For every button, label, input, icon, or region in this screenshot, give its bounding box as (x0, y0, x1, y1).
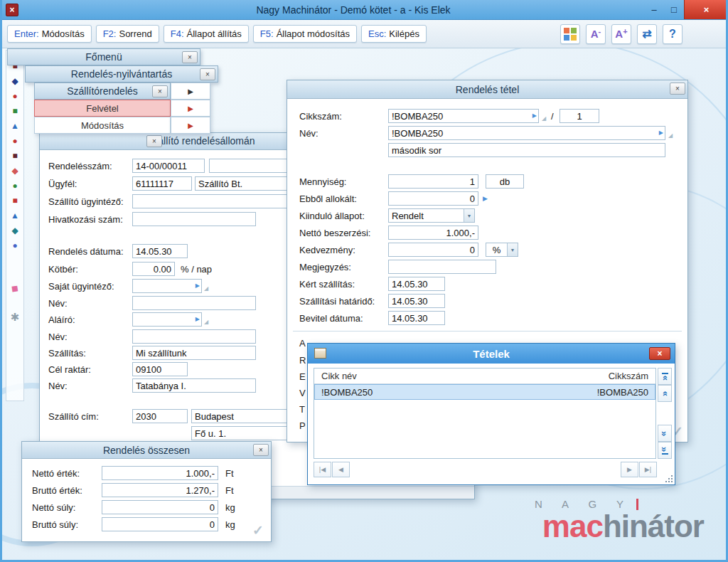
cikk-nev-input[interactable] (388, 126, 665, 140)
close-button[interactable]: × (684, 0, 728, 19)
column-cikkszam[interactable]: Cikkszám (609, 371, 648, 381)
sidebar-module-icon-4[interactable]: ■ (12, 107, 17, 116)
submenu-arrow-cell[interactable]: ▶ (171, 83, 210, 100)
close-icon[interactable]: × (146, 135, 162, 147)
gear-icon[interactable]: ✱ (11, 312, 20, 322)
next-record-button[interactable]: ▶ (621, 462, 638, 477)
sidebar-module-icon-5[interactable]: ▲ (11, 122, 19, 131)
menu-fomenu[interactable]: Főmenü × (7, 48, 200, 65)
szallitasi-hatarido-input[interactable] (388, 294, 445, 308)
swap-arrows-icon[interactable]: ⇄ (637, 24, 657, 44)
ugyfel-kod-input[interactable] (132, 176, 192, 191)
cel-raktar-input[interactable] (132, 362, 188, 376)
submenu-arrow-cell[interactable]: ▶ (171, 100, 210, 117)
sidebar-module-icon-11[interactable]: ▲ (11, 211, 19, 221)
raktar-nev-input[interactable] (132, 378, 256, 393)
modositas-button[interactable]: Enter:Módosítás (7, 25, 92, 43)
bevitel-datuma-input[interactable] (388, 311, 445, 325)
brutto-suly-input[interactable] (102, 517, 218, 531)
allokalt-input[interactable] (388, 191, 478, 206)
maximize-button[interactable]: □ (664, 0, 684, 19)
mennyiseg-egyseg-input[interactable] (486, 174, 524, 189)
menu-szallitorendeles[interactable]: Szállítórendelés × (34, 83, 171, 100)
nev-2-input[interactable] (132, 329, 256, 344)
sidebar-module-icon-10[interactable]: ■ (12, 196, 17, 206)
resize-grip[interactable] (664, 474, 673, 482)
combo-arrow-icon[interactable]: ▶ (196, 282, 200, 289)
brutto-ertek-input[interactable] (102, 483, 218, 497)
sidebar-module-icon-3[interactable]: ● (12, 92, 17, 101)
font-increase-icon[interactable]: A+ (611, 24, 631, 44)
netto-ertek-input[interactable] (102, 466, 218, 480)
dropdown-arrow-icon[interactable]: ▼ (464, 209, 474, 222)
cikkszam-input[interactable] (388, 109, 539, 123)
submenu-arrow-cell[interactable]: ▶ (171, 117, 210, 134)
netto-beszerzesi-input[interactable] (388, 226, 478, 240)
kedvezmeny-input[interactable] (388, 243, 478, 257)
allapot-modositas-button[interactable]: F5:Állapot módosítás (253, 25, 357, 43)
kotber-input[interactable] (132, 262, 175, 276)
rendeles-tetel-titlebar[interactable]: Rendelés tétel × (287, 80, 687, 99)
close-icon[interactable]: × (670, 83, 685, 95)
sidebar-module-icon-7[interactable]: ■ (12, 152, 17, 161)
sajat-ugyintezo-input[interactable] (132, 279, 202, 293)
previous-record-button[interactable]: ◀ (332, 462, 350, 477)
menu-rendeles-nyilvantartas[interactable]: Rendelés-nyilvántartás × (25, 65, 218, 83)
close-icon[interactable]: × (200, 68, 215, 80)
kilepes-button[interactable]: Esc:Kilépés (361, 25, 427, 43)
allapot-allitas-button[interactable]: F4:Állapot állítás (164, 25, 249, 43)
minimize-button[interactable]: – (644, 0, 664, 19)
dropdown-arrow-icon[interactable]: ▼ (507, 243, 518, 256)
iranyitoszam-input[interactable] (132, 409, 188, 423)
kedvezmeny-egyseg-select[interactable]: ▼ (486, 243, 518, 257)
confirm-check-icon[interactable]: ✓ (252, 522, 264, 539)
combo-arrow-icon[interactable]: ▶ (532, 112, 537, 119)
close-icon[interactable]: × (649, 347, 670, 360)
sidebar-module-icon-12[interactable]: ◆ (11, 226, 18, 235)
szallitas-input[interactable] (132, 346, 256, 360)
combo-arrow-icon[interactable]: ▶ (196, 316, 200, 322)
scroll-page-down-button[interactable]: » (658, 425, 672, 442)
hivatkozasi-szam-input[interactable] (132, 212, 256, 226)
mennyiseg-input[interactable] (388, 174, 478, 189)
allapot-select[interactable]: ▼ (388, 208, 475, 223)
osszesen-titlebar[interactable]: Rendelés összesen × (22, 442, 271, 459)
close-icon[interactable]: × (253, 444, 269, 456)
alairo-input[interactable] (132, 312, 202, 327)
netto-suly-input[interactable] (102, 500, 218, 514)
nev-1-input[interactable] (132, 296, 256, 310)
table-row[interactable]: !BOMBA250 !BOMBA250 (314, 384, 655, 400)
close-icon[interactable]: × (182, 51, 198, 63)
sidebar-module-icon-9[interactable]: ● (12, 181, 17, 191)
package-cube-icon[interactable]: ■ (11, 282, 19, 295)
sidebar-module-icon-8[interactable]: ◆ (11, 166, 18, 176)
sidebar-module-icon-13[interactable]: ● (12, 241, 17, 250)
megjegyzes-input[interactable] (388, 260, 496, 274)
varos-input[interactable] (191, 409, 299, 423)
column-cikk-nev[interactable]: Cikk név (321, 371, 357, 381)
kert-szallitas-input[interactable] (388, 277, 445, 291)
sorrend-button[interactable]: F2:Sorrend (96, 25, 159, 43)
rendeles-datuma-input[interactable] (132, 244, 188, 258)
combo-arrow-icon[interactable]: ▶ (659, 129, 663, 136)
scroll-to-bottom-button[interactable]: » (658, 442, 672, 459)
close-icon[interactable]: × (152, 85, 168, 97)
menu-item-felvetel[interactable]: Felvétel (34, 100, 171, 117)
rendelesszam-input[interactable] (132, 159, 205, 173)
app-titlebar[interactable]: × Nagy Machinátor - Demó kötet - a - Kis… (0, 0, 728, 20)
menu-item-modositas[interactable]: Módosítás (34, 117, 171, 134)
spinner-arrow-icon[interactable]: ▶ (483, 195, 488, 202)
scroll-to-top-button[interactable]: » (658, 368, 672, 385)
last-record-button[interactable]: ▶| (639, 462, 657, 477)
tetelek-titlebar[interactable]: Tételek × (308, 344, 675, 364)
layout-grid-icon[interactable] (560, 24, 580, 44)
utca-input[interactable] (191, 426, 299, 440)
sidebar-module-icon-2[interactable]: ◆ (11, 77, 18, 86)
cikk-nev-2-input[interactable] (388, 143, 665, 157)
scroll-page-up-button[interactable]: » (658, 385, 672, 402)
help-icon[interactable]: ? (663, 24, 682, 44)
first-record-button[interactable]: |◀ (314, 462, 331, 477)
font-decrease-icon[interactable]: A- (586, 24, 606, 44)
cikkszam-index-input[interactable] (560, 109, 599, 123)
sidebar-module-icon-6[interactable]: ● (12, 137, 17, 146)
